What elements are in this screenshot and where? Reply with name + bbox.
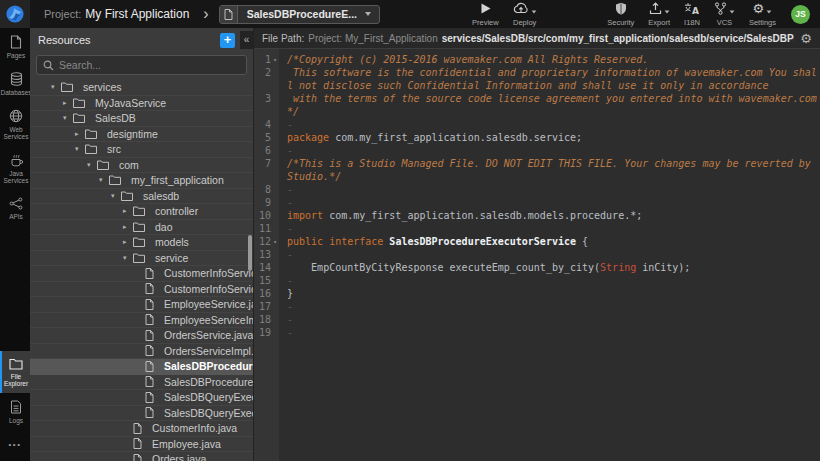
tree-file-Employee.java[interactable]: Employee.java	[30, 437, 253, 453]
security-button[interactable]: Security	[607, 2, 634, 27]
code-line-16[interactable]: 16}	[254, 287, 820, 300]
settings-button[interactable]: ⚙ Settings	[749, 2, 776, 27]
tree-file-OrdersService.java[interactable]: OrdersService.java	[30, 328, 253, 344]
whitespace-marker: -	[287, 249, 293, 260]
code-line-6[interactable]: 6-	[254, 144, 820, 157]
fold-marker-icon[interactable]: ▾	[271, 235, 279, 248]
tree-file-SalesDBQueryExecutorSer[interactable]: SalesDBQueryExecutorSer	[30, 390, 253, 406]
code-line-11[interactable]: 11-	[254, 222, 820, 235]
code-line-7[interactable]: 7/*This is a Studio Managed File. DO NOT…	[254, 157, 820, 183]
code-line-4[interactable]: 4-	[254, 118, 820, 131]
tree-folder-service[interactable]: ▾service	[30, 251, 253, 267]
code-line-9[interactable]: 9-	[254, 196, 820, 209]
folder-icon	[133, 237, 145, 247]
code-line-1[interactable]: 1▾/*Copyright (c) 2015-2016 wavemaker.co…	[254, 53, 820, 66]
tree-folder-controller[interactable]: ▸controller	[30, 204, 253, 220]
tree-folder-services[interactable]: ▾services	[30, 80, 253, 96]
tree-expand-icon[interactable]: ▸	[123, 238, 133, 246]
tree-file-CustomerInfoService.java[interactable]: CustomerInfoService.java	[30, 266, 253, 282]
tree-folder-designtime[interactable]: ▸designtime	[30, 127, 253, 143]
tree-folder-com[interactable]: ▾com	[30, 158, 253, 174]
tree-expand-icon[interactable]: ▾	[75, 145, 85, 153]
code-line-19[interactable]: 19-	[254, 326, 820, 339]
code-editor[interactable]: 1▾/*Copyright (c) 2015-2016 wavemaker.co…	[254, 49, 820, 461]
add-resource-button[interactable]: +	[220, 33, 235, 48]
sidebar-item-file-explorer[interactable]: File Explorer	[0, 351, 30, 393]
i18n-icon: A	[684, 2, 699, 15]
code-line-10[interactable]: 10import com.my_first_application.salesd…	[254, 209, 820, 222]
tree-item-label: CustomerInfo.java	[152, 422, 237, 434]
editor-settings-gear-icon[interactable]: ⚙	[800, 31, 812, 46]
sidebar-item-apis[interactable]: APIs	[0, 190, 30, 226]
tree-folder-SalesDB[interactable]: ▾SalesDB	[30, 111, 253, 127]
vcs-button[interactable]: VCS	[714, 2, 735, 27]
code-line-15[interactable]: 15-	[254, 274, 820, 287]
tree-folder-salesdb[interactable]: ▾salesdb	[30, 189, 253, 205]
tree-file-CustomerInfo.java[interactable]: CustomerInfo.java	[30, 421, 253, 437]
code-line-18[interactable]: 18-	[254, 313, 820, 326]
code-line-8[interactable]: 8-	[254, 183, 820, 196]
tree-expand-icon[interactable]: ▾	[63, 114, 73, 122]
search-input[interactable]	[59, 59, 240, 71]
code-line-13[interactable]: 13-	[254, 248, 820, 261]
export-button[interactable]: Export	[648, 2, 670, 27]
tree-expand-icon[interactable]: ▾	[123, 254, 133, 262]
settings-label: Settings	[749, 18, 776, 27]
tree-folder-src[interactable]: ▾src	[30, 142, 253, 158]
tree-folder-MyJavaService[interactable]: ▸MyJavaService	[30, 96, 253, 112]
tree-file-EmployeeService.java[interactable]: EmployeeService.java	[30, 297, 253, 313]
sidebar-item-java-services[interactable]: Java Services	[0, 146, 30, 190]
tree-file-CustomerInfoServiceImpl.j[interactable]: CustomerInfoServiceImpl.j	[30, 282, 253, 298]
sidebar-item-pages[interactable]: Pages	[0, 28, 30, 65]
project-breadcrumb: Project:My First Application	[44, 7, 189, 21]
collapse-panel-button[interactable]: «	[240, 31, 253, 49]
code-line-12[interactable]: 12▾public interface SalesDBProcedureExec…	[254, 235, 820, 248]
fold-marker-icon[interactable]: ▾	[271, 53, 279, 66]
code-line-2[interactable]: 2 This software is the confidential and …	[254, 66, 820, 92]
tree-file-SalesDBQueryExecutorSer[interactable]: SalesDBQueryExecutorSer	[30, 406, 253, 422]
tree-expand-icon[interactable]: ▾	[99, 176, 109, 184]
user-avatar[interactable]: JS	[791, 5, 810, 24]
i18n-button[interactable]: A I18N	[684, 2, 700, 27]
file-icon	[133, 438, 142, 449]
code-line-17[interactable]: 17-	[254, 300, 820, 313]
tree-expand-icon[interactable]: ▸	[123, 223, 133, 231]
tree-item-label: Employee.java	[152, 438, 221, 450]
tree-folder-my_first_application[interactable]: ▾my_first_application	[30, 173, 253, 189]
tree-expand-icon[interactable]: ▾	[87, 161, 97, 169]
tree-expand-icon[interactable]: ▸	[75, 130, 85, 138]
tree-folder-models[interactable]: ▸models	[30, 235, 253, 251]
tree-expand-icon[interactable]: ▾	[51, 83, 61, 91]
tree-expand-icon[interactable]: ▸	[63, 99, 73, 107]
tree-expand-icon[interactable]: ▸	[123, 207, 133, 215]
tree-scrollbar-thumb[interactable]	[248, 235, 252, 271]
code-line-5[interactable]: 5package com.my_first_application.salesd…	[254, 131, 820, 144]
line-number: 5	[254, 131, 271, 144]
resource-search[interactable]	[36, 55, 247, 75]
sidebar-item-logs[interactable]: Logs	[0, 393, 30, 430]
file-path-label: File Path:	[262, 33, 304, 44]
open-file-dropdown[interactable]: SalesDBProcedureE...	[219, 5, 380, 24]
code-line-14[interactable]: 14 EmpCountByCityResponse executeEmp_cou…	[254, 261, 820, 274]
tree-file-OrdersServiceImpl.java[interactable]: OrdersServiceImpl.java	[30, 344, 253, 360]
tree-file-SalesDBProcedureExecuto[interactable]: SalesDBProcedureExecuto	[30, 359, 253, 375]
breadcrumb-chevron-icon: ›	[203, 0, 208, 28]
sidebar-more-button[interactable]: •••	[0, 430, 30, 461]
tree-folder-dao[interactable]: ▸dao	[30, 220, 253, 236]
wavemaker-logo[interactable]	[0, 0, 30, 28]
deploy-button[interactable]: Deploy	[513, 2, 537, 27]
code-line-3[interactable]: 3 with the terms of the source code lice…	[254, 92, 820, 118]
preview-button[interactable]: Preview	[472, 2, 499, 27]
code-text: public interface SalesDBProcedureExecuto…	[279, 235, 820, 248]
tree-item-label: EmployeeService.java	[164, 298, 253, 310]
tree-expand-icon[interactable]: ▾	[111, 192, 121, 200]
sidebar-spacer	[0, 226, 30, 351]
tree-file-Orders.java[interactable]: Orders.java	[30, 452, 253, 461]
tree-file-SalesDBProcedureExecuto[interactable]: SalesDBProcedureExecuto	[30, 375, 253, 391]
sidebar-item-web-services[interactable]: Web Services	[0, 102, 30, 146]
sidebar-item-databases[interactable]: Databases	[0, 65, 30, 102]
whitespace-marker: -	[287, 301, 293, 312]
export-label: Export	[648, 18, 670, 27]
tree-file-EmployeeServiceImpl.java[interactable]: EmployeeServiceImpl.java	[30, 313, 253, 329]
java-services-icon	[10, 153, 23, 167]
